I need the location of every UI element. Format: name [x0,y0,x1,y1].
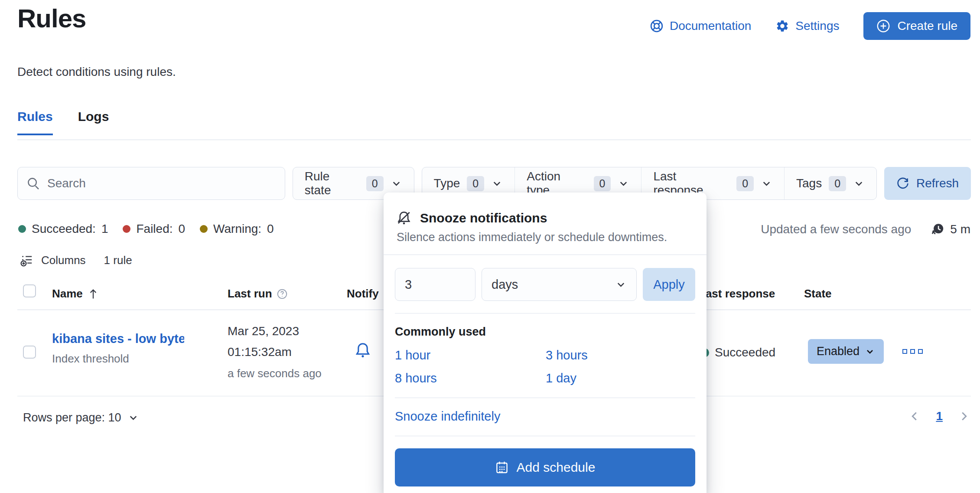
filter-type-count: 0 [467,176,484,191]
clock-refresh-icon [930,222,945,237]
snooze-popover-header: Snooze notifications Silence actions imm… [384,193,707,255]
calendar-icon [495,460,509,474]
refresh-label: Refresh [916,176,959,190]
create-rule-button[interactable]: Create rule [863,12,970,40]
create-rule-label: Create rule [897,19,957,33]
search-box[interactable] [17,167,285,200]
column-header-notify[interactable]: Notify [347,287,379,300]
refresh-button[interactable]: Refresh [884,167,971,200]
chevron-left-icon [908,410,921,423]
sort-ascending-icon [87,288,99,300]
refresh-icon [896,177,909,190]
settings-link[interactable]: Settings [775,19,839,33]
settings-label: Settings [795,19,839,33]
search-input[interactable] [47,176,264,190]
previous-page-button[interactable] [908,410,921,423]
column-header-last-response-label: Last response [699,287,775,300]
snooze-unit-select[interactable]: days [482,268,637,301]
boxes-horizontal-icon [902,349,907,354]
snooze-subtitle: Silence actions immediately or schedule … [397,231,694,244]
refresh-meta: Updated a few seconds ago 5 m [761,222,970,237]
snooze-divider [395,398,695,398]
pagination: 1 [908,409,970,423]
succeeded-value: 1 [101,222,108,236]
rule-state-badge[interactable]: Enabled [808,339,884,364]
column-header-last-run[interactable]: Last run [228,287,288,300]
status-summary: Succeeded: 1 Failed: 0 Warning: 0 [18,222,274,236]
tab-rules[interactable]: Rules [17,109,53,135]
column-header-last-response[interactable]: Last response [699,287,775,300]
add-schedule-label: Add schedule [517,460,596,475]
snooze-option-3-hours[interactable]: 3 hours [546,348,695,362]
snooze-divider [395,436,695,436]
snooze-option-1-day[interactable]: 1 day [546,371,695,385]
column-header-state[interactable]: State [804,287,832,300]
failed-label: Failed: [136,222,173,236]
chevron-down-icon [615,279,627,291]
chevron-down-icon [127,412,139,424]
status-warning: Warning: 0 [200,222,274,236]
life-ring-icon [650,19,664,33]
chevron-down-icon [618,178,629,189]
snooze-divider [395,313,695,313]
failed-dot-icon [123,225,130,233]
filter-tags[interactable]: Tags 0 [784,167,876,199]
rows-per-page-button[interactable]: Rows per page: 10 [23,411,139,424]
documentation-link[interactable]: Documentation [650,19,751,33]
row-actions-button[interactable] [902,349,923,354]
column-header-name[interactable]: Name [52,287,99,300]
gear-icon [775,19,789,33]
filter-rule-state-label: Rule state [305,170,359,197]
commonly-used-options: 1 hour 3 hours 8 hours 1 day [395,348,695,385]
page-title: Rules [17,3,86,33]
filter-last-response-count: 0 [736,176,754,191]
last-response-cell: Succeeded [700,346,775,359]
question-circle-icon [277,288,288,300]
snooze-bell-button[interactable] [355,342,371,359]
rows-per-page-label: Rows per page: 10 [23,411,121,424]
rules-page: Rules Detect conditions using rules. Doc… [0,0,980,493]
warning-dot-icon [200,225,208,233]
search-icon [26,176,40,190]
snooze-value-input[interactable] [395,268,475,301]
snooze-indefinitely-link[interactable]: Snooze indefinitely [395,409,500,424]
select-all-checkbox[interactable] [23,284,36,297]
status-failed: Failed: 0 [123,222,185,236]
filter-tags-count: 0 [829,176,846,191]
last-run-relative: a few seconds ago [228,367,322,380]
next-page-button[interactable] [957,410,970,423]
bell-icon [355,342,371,359]
failed-value: 0 [179,222,186,236]
column-header-notify-label: Notify [347,287,379,300]
header-actions: Documentation Settings Create rule [650,12,970,40]
snooze-popover: Snooze notifications Silence actions imm… [384,193,707,493]
refresh-interval-button[interactable]: 5 m [930,222,970,237]
boxes-horizontal-icon [910,349,915,354]
snooze-unit-value: days [492,278,518,292]
snooze-option-8-hours[interactable]: 8 hours [395,371,546,385]
rule-count: 1 rule [104,254,132,267]
rule-type: Index threshold [52,352,129,366]
apply-button[interactable]: Apply [643,268,695,301]
columns-button[interactable]: Columns [20,254,86,267]
column-header-state-label: State [804,287,832,300]
chevron-down-icon [761,178,772,189]
bell-slash-icon [397,211,411,225]
warning-value: 0 [267,222,274,236]
filter-action-type-count: 0 [594,176,611,191]
tab-logs[interactable]: Logs [78,109,109,135]
plus-circle-icon [876,19,890,33]
snooze-option-1-hour[interactable]: 1 hour [395,348,546,362]
chevron-down-icon [853,178,865,189]
page-number-1[interactable]: 1 [936,409,943,423]
add-schedule-button[interactable]: Add schedule [395,448,695,486]
chevron-down-icon [491,178,503,189]
refresh-interval-value: 5 m [950,222,970,236]
status-succeeded: Succeeded: 1 [18,222,108,236]
tab-bar: Rules Logs [17,109,109,135]
column-header-last-run-label: Last run [228,287,272,300]
rule-name-link[interactable]: kibana sites - low byte [52,332,184,346]
chevron-right-icon [957,410,970,423]
documentation-label: Documentation [670,19,751,33]
row-checkbox[interactable] [23,346,36,359]
